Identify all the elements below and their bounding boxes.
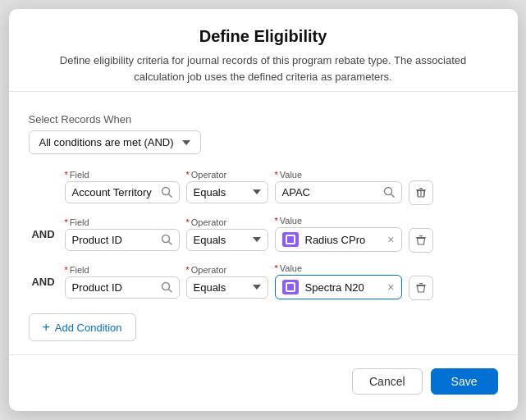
- value-input-1[interactable]: APAC: [275, 181, 402, 203]
- trash-icon-3: [415, 282, 427, 294]
- value-text-1: APAC: [282, 186, 377, 199]
- field-value-1: Account Territory: [72, 186, 158, 199]
- field-label-1: *Field: [65, 170, 180, 180]
- and-label-3: AND: [29, 276, 58, 288]
- svg-rect-12: [419, 235, 423, 236]
- value-input-2[interactable]: Radius CPro ×: [275, 227, 402, 252]
- svg-line-14: [168, 290, 172, 293]
- operator-group-3: *Operator Equals: [186, 265, 268, 299]
- cancel-button[interactable]: Cancel: [352, 368, 423, 395]
- modal-footer: Cancel Save: [9, 354, 518, 395]
- clear-icon-3[interactable]: ×: [387, 281, 394, 294]
- svg-rect-11: [416, 237, 426, 238]
- svg-line-1: [168, 194, 172, 198]
- svg-rect-15: [416, 285, 426, 285]
- modal-body: Select Records When All conditions are m…: [9, 100, 518, 341]
- modal-description: Define eligibility criteria for journal …: [34, 52, 493, 84]
- chevron-down-icon: [182, 140, 190, 145]
- operator-label-1: *Operator: [186, 170, 268, 180]
- operator-dropdown-3[interactable]: Equals: [186, 276, 268, 299]
- search-icon: [161, 186, 172, 198]
- svg-rect-16: [419, 283, 423, 284]
- clear-icon-2[interactable]: ×: [387, 233, 394, 246]
- condition-row-3: AND *Field Product ID *Ope: [29, 262, 498, 300]
- field-value-3: Product ID: [72, 281, 158, 294]
- chevron-down-icon-2: [253, 237, 261, 242]
- value-group-2: *Value Radius CPro ×: [275, 216, 402, 252]
- field-value-2: Product ID: [72, 234, 158, 246]
- select-records-label: Select Records When: [29, 113, 498, 126]
- plus-icon: +: [43, 320, 50, 335]
- trash-icon: [415, 187, 427, 199]
- value-input-3[interactable]: Spectra N20 ×: [275, 275, 402, 299]
- field-input-3[interactable]: Product ID: [65, 276, 180, 299]
- add-condition-label: Add Condition: [55, 322, 122, 334]
- product-icon-3: [282, 280, 299, 294]
- value-label-1: *Value: [275, 170, 402, 180]
- operator-dropdown-1[interactable]: Equals: [186, 181, 268, 203]
- field-label-2: *Field: [65, 217, 180, 227]
- operator-value-1: Equals: [194, 186, 226, 199]
- value-label-3: *Value: [275, 263, 402, 273]
- svg-rect-7: [420, 191, 421, 197]
- value-group-3: *Value Spectra N20 ×: [275, 263, 402, 299]
- value-search-icon: [383, 186, 395, 198]
- field-group-2: *Field Product ID: [65, 217, 180, 251]
- product-icon-2: [282, 232, 299, 247]
- operator-group-1: *Operator Equals: [186, 170, 268, 203]
- field-group-3: *Field Product ID: [65, 265, 180, 299]
- delete-button-2[interactable]: [409, 228, 433, 253]
- delete-button-1[interactable]: [409, 180, 433, 205]
- value-text-2: Radius CPro: [305, 234, 385, 246]
- svg-line-3: [391, 194, 394, 198]
- define-eligibility-modal: Define Eligibility Define eligibility cr…: [9, 9, 518, 411]
- condition-dropdown-value: All conditions are met (AND): [39, 136, 174, 148]
- delete-group-2: [409, 215, 433, 253]
- save-button[interactable]: Save: [431, 368, 498, 395]
- condition-row: *Field Account Territory *Operator: [29, 167, 498, 205]
- value-text-3: Spectra N20: [305, 281, 385, 294]
- value-group-1: *Value APAC: [275, 170, 402, 203]
- add-condition-button[interactable]: + Add Condition: [29, 313, 136, 341]
- condition-dropdown[interactable]: All conditions are met (AND): [29, 130, 201, 154]
- delete-group-3: [409, 262, 433, 300]
- search-icon-3: [161, 281, 172, 293]
- value-label-2: *Value: [275, 216, 402, 226]
- operator-value-3: Equals: [194, 281, 226, 294]
- field-input-1[interactable]: Account Territory: [65, 181, 180, 203]
- product-icon-inner: [286, 235, 295, 244]
- chevron-down-icon-3: [253, 285, 261, 290]
- field-group-1: *Field Account Territory: [65, 170, 180, 203]
- trash-icon-2: [415, 235, 427, 246]
- operator-group-2: *Operator Equals: [186, 217, 268, 251]
- operator-label-2: *Operator: [186, 217, 268, 227]
- svg-line-10: [168, 242, 172, 245]
- modal-header: Define Eligibility Define eligibility cr…: [9, 9, 518, 91]
- delete-group-1: [409, 167, 433, 205]
- svg-rect-5: [419, 188, 423, 189]
- operator-value-2: Equals: [194, 234, 226, 246]
- operator-dropdown-2[interactable]: Equals: [186, 229, 268, 251]
- required-star: *: [65, 170, 68, 180]
- field-input-2[interactable]: Product ID: [65, 229, 180, 251]
- chevron-down-icon: [253, 189, 261, 194]
- field-label-3: *Field: [65, 265, 180, 275]
- modal-title: Define Eligibility: [34, 27, 493, 46]
- operator-label-3: *Operator: [186, 265, 268, 275]
- search-icon-2: [161, 234, 172, 245]
- delete-button-3[interactable]: [409, 276, 433, 300]
- conditions-area: *Field Account Territory *Operator: [29, 167, 498, 300]
- and-label-2: AND: [29, 228, 58, 240]
- condition-row-2: AND *Field Product ID *Ope: [29, 215, 498, 253]
